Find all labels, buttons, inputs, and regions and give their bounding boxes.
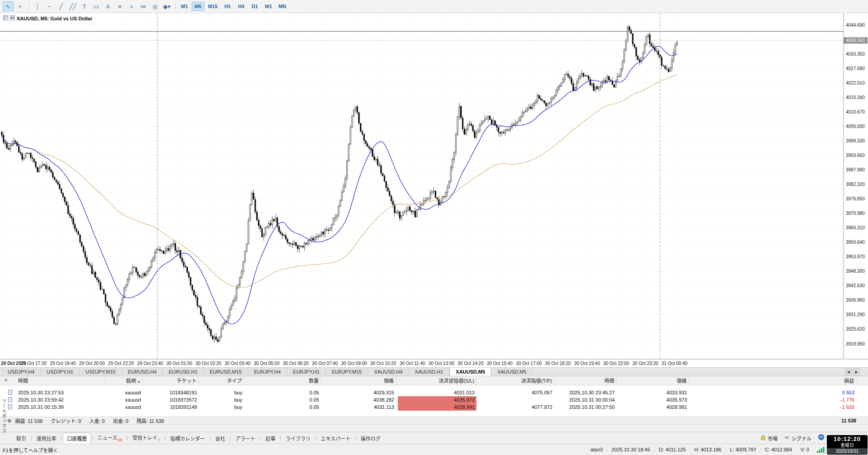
chart-tab-eurjpy-m15-8[interactable]: EURJPY,M15 bbox=[326, 368, 368, 376]
summary-item-0: 損益: 11 538 bbox=[15, 417, 42, 424]
column-header-6[interactable]: 決済逆指値(S/L) bbox=[398, 376, 476, 385]
bottom-tab-0[interactable]: 取引 bbox=[13, 433, 30, 443]
history-cell-1-6: 4035.973 bbox=[398, 396, 476, 403]
cursor-icon[interactable]: ⇖ bbox=[3, 1, 14, 11]
chart-tab-eurusd-m15-5[interactable]: EURUSD,M15 bbox=[204, 368, 248, 376]
status-ohlc-1: H: 4013.186 bbox=[690, 447, 726, 452]
chart-tab-usdjpy-h1-1[interactable]: USDJPY,H1 bbox=[41, 368, 80, 376]
tab-scroll-right-icon[interactable]: ▶ bbox=[853, 369, 860, 375]
history-table-header: × 時間銘柄▲チケットタイプ数量価格決済逆指値(S/L)決済指値(T/P)時間価… bbox=[0, 376, 868, 385]
bottom-tab-3[interactable]: ニュース99 bbox=[94, 432, 126, 443]
price-axis[interactable] bbox=[844, 13, 868, 359]
market-label: 市場 bbox=[768, 435, 778, 442]
tab-separator: | bbox=[92, 436, 93, 441]
timeframe-d1-button[interactable]: D1 bbox=[248, 2, 261, 11]
chart-tab-eurjpy-h1-7[interactable]: EURJPY,H1 bbox=[287, 368, 326, 376]
status-ohlc-2: L: 4009.787 bbox=[726, 447, 760, 452]
chart-tab-bar: USDJPY,H4USDJPY,H1USDJPY,M15EURUSD,H4EUR… bbox=[0, 367, 868, 376]
crosshair-icon[interactable]: + bbox=[14, 1, 25, 11]
chart-tab-xauusd-m5-11[interactable]: XAUUSD,M5 bbox=[449, 368, 491, 376]
history-cell-2-4: 0.05 bbox=[246, 403, 321, 411]
history-doc-icon bbox=[8, 404, 12, 410]
toolbox-side-label[interactable]: ツールボックス bbox=[0, 387, 7, 444]
chart-tab-eurusd-h1-4[interactable]: EURUSD,H1 bbox=[163, 368, 204, 376]
chart-tab-usdjpy-h4-0[interactable]: USDJPY,H4 bbox=[2, 368, 41, 376]
history-row-0[interactable]: 2025.10.30 23:27:53xauusd1018348191buy0.… bbox=[0, 389, 868, 396]
chart-area[interactable]: 4044.6904039.0204033.3504027.6804022.010… bbox=[0, 13, 868, 367]
vertical-line-icon[interactable]: ┆ bbox=[32, 1, 43, 11]
history-cell-2-0: 2025.10.31 00:15:39 bbox=[16, 403, 105, 411]
community-icon[interactable] bbox=[818, 434, 825, 442]
text-label-icon[interactable]: A bbox=[103, 1, 113, 11]
history-cell-2-9: 4028.991 bbox=[618, 403, 689, 411]
bottom-tab-9[interactable]: ライブラリ bbox=[282, 433, 314, 443]
chart-tab-xauusd-h4-9[interactable]: XAUUSD,H4 bbox=[368, 368, 409, 376]
history-row-2[interactable]: 2025.10.31 00:15:39xauusd1018391149buy0.… bbox=[0, 403, 868, 411]
ellipse-icon[interactable]: ◎ bbox=[150, 1, 160, 11]
tab-separator: | bbox=[210, 436, 211, 441]
chart-window-menu-icon[interactable] bbox=[3, 15, 8, 21]
timeframe-w1-button[interactable]: W1 bbox=[262, 2, 275, 11]
history-cell-1-5: 4038.282 bbox=[323, 396, 396, 403]
timeframe-m15-button[interactable]: M15 bbox=[205, 2, 220, 11]
column-header-2[interactable]: チケット bbox=[145, 376, 199, 385]
history-row-1[interactable]: 2025.10.30 23:59:42xauusd1018373572buy0.… bbox=[0, 396, 868, 403]
bottom-tab-6[interactable]: 会社 bbox=[212, 433, 229, 443]
column-header-9[interactable]: 価格 bbox=[618, 376, 689, 385]
column-header-5[interactable]: 価格 bbox=[323, 376, 396, 385]
bottom-tab-8[interactable]: 記事 bbox=[262, 433, 279, 443]
timeframe-h1-button[interactable]: H1 bbox=[221, 2, 234, 11]
column-header-3[interactable]: タイプ bbox=[201, 376, 244, 385]
toolbar: ⇖+┆╌╱╱╱T▭A≡≈OK◎◆▾ M1M5M15H1H4D1W1MN bbox=[0, 0, 868, 13]
column-header-0[interactable]: 時間 bbox=[16, 376, 105, 385]
chart-tab-eurusd-h4-3[interactable]: EURUSD,H4 bbox=[122, 368, 163, 376]
chart-tab-xauusd-m5-12[interactable]: XAUUSD,M5 bbox=[491, 368, 533, 376]
bottom-tab-4[interactable]: 受信トレイ7 bbox=[129, 432, 164, 443]
horizontal-line-icon[interactable]: ╌ bbox=[44, 1, 55, 11]
clock-date: 2025/10/31 bbox=[827, 448, 868, 454]
timeframe-mn-button[interactable]: MN bbox=[276, 2, 289, 11]
rectangle-icon[interactable]: ▭ bbox=[91, 1, 102, 11]
price-chart-canvas[interactable]: 4044.6904039.0204033.3504027.6804022.010… bbox=[0, 13, 868, 367]
trendline-icon[interactable]: ╱ bbox=[56, 1, 66, 11]
history-cell-0-10: 3 553 bbox=[691, 389, 856, 396]
objects-menu-icon[interactable]: ◆▾ bbox=[161, 1, 172, 11]
toolbox-close-button[interactable]: × bbox=[3, 377, 9, 384]
fibonacci-icon[interactable]: ≡ bbox=[114, 1, 125, 11]
chart-tab-xauusd-h1-10[interactable]: XAUUSD,H1 bbox=[409, 368, 449, 376]
history-cell-2-2: 1018391149 bbox=[145, 403, 199, 411]
history-cell-2-7: 4077.872 bbox=[478, 403, 554, 411]
column-header-7[interactable]: 決済指値(T/P) bbox=[478, 376, 554, 385]
history-summary-row: ⊕ 損益: 11 538クレジット: 0入金: 0出金: 0残高: 11 538… bbox=[0, 417, 868, 425]
timeframe-m5-button[interactable]: M5 bbox=[192, 2, 204, 11]
indicators-icon[interactable]: ≈ bbox=[126, 1, 137, 11]
chart-window-icon[interactable] bbox=[10, 15, 15, 21]
bottom-tab-1[interactable]: 運用比率 bbox=[33, 433, 60, 443]
equidistant-channel-icon[interactable]: ╱╱ bbox=[67, 1, 78, 11]
ok-levels-icon[interactable]: OK bbox=[138, 1, 149, 11]
signals-button[interactable]: シグナル bbox=[784, 435, 811, 442]
bottom-tab-5[interactable]: 指標カレンダー bbox=[167, 433, 209, 443]
clock-time: 10:12:20 bbox=[827, 436, 868, 443]
chart-tab-usdjpy-m15-2[interactable]: USDJPY,M15 bbox=[80, 368, 122, 376]
column-header-4[interactable]: 数量 bbox=[246, 376, 321, 385]
timeframe-m1-button[interactable]: M1 bbox=[178, 2, 191, 11]
lock-icon bbox=[760, 435, 766, 441]
chart-tab-eurjpy-h4-6[interactable]: EURJPY,H4 bbox=[248, 368, 287, 376]
bottom-tab-11[interactable]: 操作ログ bbox=[357, 433, 384, 443]
time-axis[interactable] bbox=[0, 359, 844, 367]
status-ohlc-3: C: 4012.984 bbox=[760, 447, 796, 452]
column-header-1[interactable]: 銘柄▲ bbox=[107, 376, 143, 385]
text-icon[interactable]: T bbox=[79, 1, 90, 11]
expand-icon[interactable]: ⊕ bbox=[7, 418, 11, 424]
column-header-10[interactable]: 損益 bbox=[691, 376, 856, 385]
bottom-tab-bar: 取引|運用比率|口座履歴|ニュース99|受信トレイ7|指標カレンダー|会社|アラ… bbox=[0, 432, 868, 444]
history-cell-1-7 bbox=[478, 396, 554, 403]
tab-scroll-left-icon[interactable]: ◀ bbox=[845, 369, 852, 375]
market-button[interactable]: 市場 bbox=[760, 435, 778, 442]
bottom-tab-2[interactable]: 口座履歴 bbox=[63, 433, 91, 444]
timeframe-h4-button[interactable]: H4 bbox=[235, 2, 247, 11]
bottom-tab-10[interactable]: エキスパート bbox=[317, 433, 354, 443]
bottom-tab-7[interactable]: アラート bbox=[232, 433, 259, 443]
column-header-8[interactable]: 時間 bbox=[556, 376, 617, 385]
